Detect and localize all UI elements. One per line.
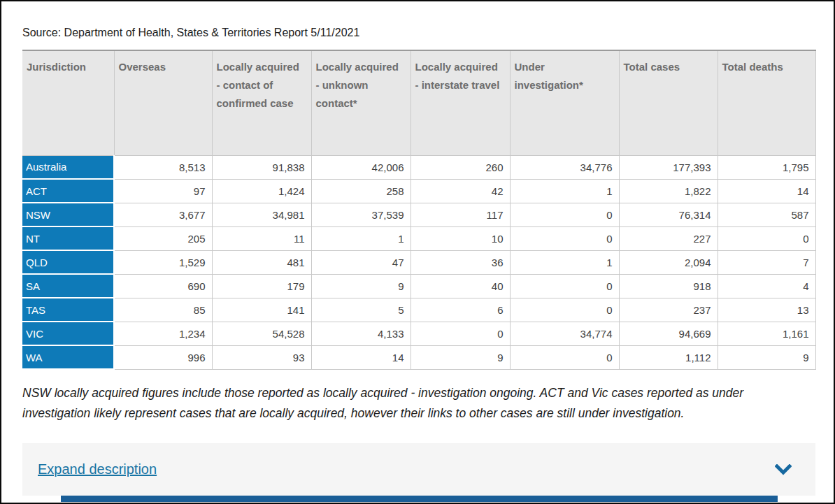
cell-nt-la-contact: 11 — [212, 226, 311, 250]
cell-sa-la-interstate: 40 — [411, 274, 510, 298]
cell-wa-la-interstate: 9 — [411, 345, 510, 369]
cell-act-overseas: 97 — [114, 179, 212, 203]
cell-sa-overseas: 690 — [114, 274, 212, 298]
cell-australia-total-cases: 177,393 — [619, 155, 718, 179]
table-row-nsw: NSW 3,677 34,981 37,539 117 0 76,314 587 — [22, 203, 815, 226]
cell-tas-la-contact: 141 — [212, 298, 311, 322]
column-header-under-investigation: Under investigation* — [510, 50, 619, 155]
cell-vic-la-interstate: 0 — [411, 322, 510, 345]
cell-vic-total-cases: 94,669 — [619, 322, 718, 345]
row-header-nt: NT — [22, 226, 114, 250]
source-caption: Source: Department of Health, States & T… — [22, 27, 813, 39]
cell-wa-la-contact: 93 — [212, 345, 311, 369]
cell-wa-total-cases: 1,112 — [619, 345, 718, 369]
cell-act-la-unknown: 258 — [311, 179, 411, 203]
row-header-australia: Australia — [22, 155, 114, 179]
table-row-act: ACT 97 1,424 258 42 1 1,822 14 — [22, 179, 815, 203]
cell-qld-under-investigation: 1 — [510, 250, 619, 274]
cell-qld-la-contact: 481 — [212, 250, 311, 274]
row-header-sa: SA — [22, 274, 114, 298]
cell-qld-la-unknown: 47 — [311, 250, 411, 274]
cell-sa-under-investigation: 0 — [510, 274, 619, 298]
cell-vic-overseas: 1,234 — [114, 322, 212, 345]
cell-nt-total-cases: 227 — [619, 226, 718, 250]
cases-by-jurisdiction-table: Jurisdiction Overseas Locally acquired -… — [22, 50, 816, 370]
cell-sa-total-cases: 918 — [619, 274, 718, 298]
cell-tas-total-deaths: 13 — [718, 298, 815, 322]
cell-nsw-total-cases: 76,314 — [619, 203, 718, 226]
cell-wa-under-investigation: 0 — [510, 345, 619, 369]
column-header-locally-acquired-interstate: Locally acquired - interstate travel — [411, 50, 510, 155]
column-header-locally-acquired-unknown: Locally acquired - unknown contact* — [311, 50, 411, 155]
cell-nt-total-deaths: 0 — [718, 226, 815, 250]
table-row-vic: VIC 1,234 54,528 4,133 0 34,774 94,669 1… — [22, 322, 815, 345]
row-header-nsw: NSW — [22, 203, 114, 226]
table-row-qld: QLD 1,529 481 47 36 1 2,094 7 — [22, 250, 815, 274]
chevron-down-icon[interactable] — [775, 464, 792, 475]
cell-nt-under-investigation: 0 — [510, 226, 619, 250]
expand-description-toggle[interactable]: Expand description — [22, 443, 815, 496]
cell-vic-under-investigation: 34,774 — [510, 322, 619, 345]
table-header-row: Jurisdiction Overseas Locally acquired -… — [22, 50, 815, 155]
cell-nt-overseas: 205 — [114, 226, 212, 250]
row-header-qld: QLD — [22, 250, 114, 274]
column-header-total-cases: Total cases — [619, 50, 718, 155]
cell-nt-la-unknown: 1 — [311, 226, 411, 250]
cell-tas-overseas: 85 — [114, 298, 212, 322]
cell-australia-total-deaths: 1,795 — [718, 155, 815, 179]
cell-nsw-la-contact: 34,981 — [212, 203, 311, 226]
cell-nt-la-interstate: 10 — [411, 226, 510, 250]
cell-act-la-interstate: 42 — [411, 179, 510, 203]
column-header-overseas: Overseas — [114, 50, 212, 155]
row-header-act: ACT — [22, 179, 114, 203]
cell-tas-la-interstate: 6 — [411, 298, 510, 322]
cell-qld-total-cases: 2,094 — [619, 250, 718, 274]
row-header-wa: WA — [22, 345, 114, 369]
cell-nsw-overseas: 3,677 — [114, 203, 212, 226]
cell-vic-total-deaths: 1,161 — [718, 322, 815, 345]
cell-sa-la-contact: 179 — [212, 274, 311, 298]
cell-act-total-cases: 1,822 — [619, 179, 718, 203]
cell-australia-overseas: 8,513 — [114, 155, 212, 179]
cell-wa-overseas: 996 — [114, 345, 212, 369]
cell-act-la-contact: 1,424 — [212, 179, 311, 203]
row-header-tas: TAS — [22, 298, 114, 322]
horizontal-scrollbar-thumb[interactable] — [61, 496, 778, 502]
cell-tas-la-unknown: 5 — [311, 298, 411, 322]
table-row-nt: NT 205 11 1 10 0 227 0 — [22, 226, 815, 250]
cell-australia-la-contact: 91,838 — [212, 155, 311, 179]
cell-nsw-la-interstate: 117 — [411, 203, 510, 226]
cell-sa-total-deaths: 4 — [718, 274, 815, 298]
cell-act-under-investigation: 1 — [510, 179, 619, 203]
table-row-australia: Australia 8,513 91,838 42,006 260 34,776… — [22, 155, 815, 179]
cell-tas-total-cases: 237 — [619, 298, 718, 322]
report-page: Source: Department of Health, States & T… — [0, 0, 835, 504]
table-footnote: NSW locally acquired figures include tho… — [22, 383, 813, 424]
cell-nsw-la-unknown: 37,539 — [311, 203, 411, 226]
column-header-locally-acquired-contact: Locally acquired - contact of confirmed … — [212, 50, 311, 155]
cell-sa-la-unknown: 9 — [311, 274, 411, 298]
table-row-tas: TAS 85 141 5 6 0 237 13 — [22, 298, 815, 322]
cell-nsw-under-investigation: 0 — [510, 203, 619, 226]
cell-wa-total-deaths: 9 — [718, 345, 815, 369]
cell-australia-under-investigation: 34,776 — [510, 155, 619, 179]
cell-act-total-deaths: 14 — [718, 179, 815, 203]
cell-wa-la-unknown: 14 — [311, 345, 411, 369]
expand-description-link[interactable]: Expand description — [38, 461, 157, 477]
column-header-total-deaths: Total deaths — [718, 50, 815, 155]
cell-nsw-total-deaths: 587 — [718, 203, 815, 226]
cell-vic-la-unknown: 4,133 — [311, 322, 411, 345]
cell-qld-la-interstate: 36 — [411, 250, 510, 274]
row-header-vic: VIC — [22, 322, 114, 345]
cell-qld-overseas: 1,529 — [114, 250, 212, 274]
cell-qld-total-deaths: 7 — [718, 250, 815, 274]
cell-australia-la-unknown: 42,006 — [311, 155, 411, 179]
cell-tas-under-investigation: 0 — [510, 298, 619, 322]
cell-australia-la-interstate: 260 — [411, 155, 510, 179]
table-row-wa: WA 996 93 14 9 0 1,112 9 — [22, 345, 815, 369]
column-header-jurisdiction: Jurisdiction — [22, 50, 114, 155]
cell-vic-la-contact: 54,528 — [212, 322, 311, 345]
table-row-sa: SA 690 179 9 40 0 918 4 — [22, 274, 815, 298]
